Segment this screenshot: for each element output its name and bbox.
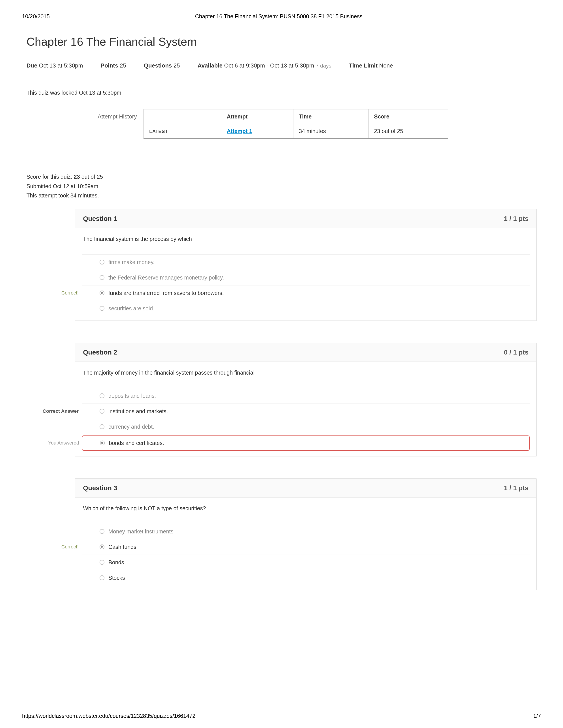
correct-label: Correct! — [32, 290, 79, 296]
footer-url: https://worldclassroom.webster.edu/cours… — [22, 713, 195, 719]
question-1: Question 1 1 / 1 pts The financial syste… — [75, 209, 537, 321]
answer-option: currency and debt. — [82, 419, 530, 434]
radio-filled-icon — [100, 441, 105, 445]
you-answered-label: You Answered — [33, 440, 79, 446]
radio-icon — [100, 306, 104, 311]
question-2: Question 2 0 / 1 pts The majority of mon… — [75, 343, 537, 456]
footer-page: 1/7 — [533, 713, 541, 719]
question-3: Question 3 1 / 1 pts Which of the follow… — [75, 478, 537, 590]
print-footer: https://worldclassroom.webster.edu/cours… — [22, 713, 541, 719]
answer-option: the Federal Reserve manages monetary pol… — [82, 270, 530, 285]
radio-icon — [100, 424, 104, 429]
print-title: Chapter 16 The Financial System: BUSN 50… — [50, 13, 508, 20]
attempt-history-table: Attempt Time Score LATEST Attempt 1 34 m… — [143, 109, 448, 139]
radio-icon — [100, 260, 104, 265]
answer-option: Bonds — [82, 555, 530, 570]
radio-icon — [100, 275, 104, 280]
answer-option-correct: Correct Answer institutions and markets. — [82, 403, 530, 419]
attempt-link[interactable]: Attempt 1 — [227, 128, 252, 134]
answer-option-wrong: You Answered bonds and certificates. — [82, 435, 530, 451]
question-title: Question 1 — [83, 215, 117, 222]
latest-badge: LATEST — [149, 129, 168, 134]
page-title: Chapter 16 The Financial System — [26, 35, 537, 48]
answer-option-selected: Correct! funds are transferred from save… — [82, 285, 530, 301]
locked-message: This quiz was locked Oct 13 at 5:30pm. — [26, 90, 537, 96]
radio-icon — [100, 409, 104, 414]
answer-option: Stocks — [82, 570, 530, 585]
correct-label: Correct! — [32, 544, 79, 550]
attempt-history-label: Attempt History — [26, 109, 143, 120]
question-text: The financial system is the process by w… — [75, 228, 536, 254]
question-points: 1 / 1 pts — [504, 484, 529, 492]
radio-icon — [100, 575, 104, 580]
radio-icon — [100, 560, 104, 565]
answer-option-selected: Correct! Cash funds — [82, 539, 530, 555]
print-header: 10/20/2015 Chapter 16 The Financial Syst… — [22, 13, 541, 20]
answer-option: securities are sold. — [82, 301, 530, 316]
question-text: The majority of money in the financial s… — [75, 362, 536, 388]
question-points: 0 / 1 pts — [504, 349, 529, 356]
answer-option: deposits and loans. — [82, 388, 530, 403]
radio-filled-icon — [100, 544, 104, 549]
question-title: Question 2 — [83, 349, 117, 356]
question-points: 1 / 1 pts — [504, 215, 529, 222]
correct-answer-label: Correct Answer — [32, 408, 79, 414]
radio-icon — [100, 393, 104, 398]
answer-option: Money market instruments — [82, 524, 530, 539]
question-text: Which of the following is NOT a type of … — [75, 497, 536, 524]
score-summary: Score for this quiz: 23 out of 25 Submit… — [26, 172, 537, 200]
question-title: Question 3 — [83, 484, 117, 492]
radio-filled-icon — [100, 291, 104, 295]
answer-option: firms make money. — [82, 254, 530, 270]
print-date: 10/20/2015 — [22, 13, 50, 20]
radio-icon — [100, 529, 104, 534]
quiz-meta-bar: Due Oct 13 at 5:30pm Points 25 Questions… — [26, 57, 537, 74]
